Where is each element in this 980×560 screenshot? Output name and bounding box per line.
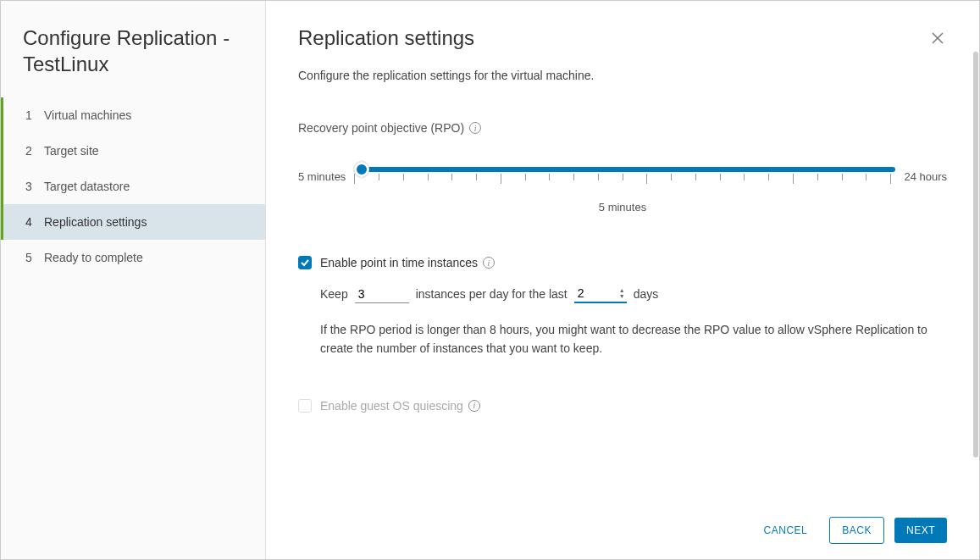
content-header: Replication settings	[298, 26, 947, 69]
keep-label: Keep	[320, 287, 348, 301]
quiescing-checkbox-label: Enable guest OS quiescing	[320, 399, 463, 413]
step-label: Target datastore	[44, 180, 130, 193]
wizard-steps: 1 Virtual machines 2 Target site 3 Targe…	[1, 97, 265, 275]
quiescing-checkbox	[298, 399, 312, 413]
step-target-site[interactable]: 2 Target site	[1, 133, 265, 169]
step-replication-settings[interactable]: 4 Replication settings	[1, 204, 265, 240]
info-icon[interactable]: i	[469, 122, 481, 134]
stepper-buttons: ▲ ▼	[617, 287, 627, 299]
page-title: Replication settings	[298, 26, 474, 50]
pit-checkbox-row: Enable point in time instances i	[298, 256, 947, 269]
back-button[interactable]: BACK	[829, 517, 884, 544]
days-label: days	[634, 287, 659, 301]
step-number: 1	[25, 108, 44, 122]
step-label: Virtual machines	[44, 108, 131, 122]
step-number: 3	[25, 180, 44, 193]
stepper-up-icon[interactable]: ▲	[617, 287, 627, 293]
step-number: 5	[25, 251, 44, 264]
slider-max-label: 24 hours	[904, 170, 947, 183]
slider-ticks	[354, 174, 895, 186]
rpo-label: Recovery point objective (RPO) i	[298, 121, 947, 135]
pit-hint: If the RPO period is longer than 8 hours…	[320, 320, 947, 358]
pit-settings: Keep instances per day for the last ▲ ▼ …	[320, 285, 947, 399]
cancel-button[interactable]: CANCEL	[752, 518, 820, 543]
slider-min-label: 5 minutes	[298, 170, 346, 183]
instances-input[interactable]	[355, 286, 409, 303]
wizard-footer: CANCEL BACK NEXT	[266, 502, 979, 559]
pit-inputs-row: Keep instances per day for the last ▲ ▼ …	[320, 285, 947, 303]
step-label: Ready to complete	[44, 251, 143, 264]
wizard-sidebar: Configure Replication - TestLinux 1 Virt…	[1, 1, 266, 559]
close-icon[interactable]	[928, 26, 947, 50]
rpo-slider-row: 5 minutes	[298, 167, 947, 186]
rpo-slider[interactable]	[354, 167, 895, 186]
instances-label: instances per day for the last	[416, 287, 568, 301]
step-label: Replication settings	[44, 215, 147, 229]
step-target-datastore[interactable]: 3 Target datastore	[1, 169, 265, 204]
next-button[interactable]: NEXT	[894, 518, 947, 543]
step-number: 4	[25, 215, 44, 229]
page-subtitle: Configure the replication settings for t…	[298, 69, 947, 82]
days-input[interactable]	[574, 285, 612, 302]
wizard-title: Configure Replication - TestLinux	[1, 25, 265, 97]
step-label: Target site	[44, 144, 99, 158]
slider-track	[354, 167, 895, 172]
quiescing-checkbox-row: Enable guest OS quiescing i	[298, 399, 947, 413]
step-ready-to-complete[interactable]: 5 Ready to complete	[1, 240, 265, 275]
rpo-value-label: 5 minutes	[298, 201, 947, 213]
scrollbar[interactable]	[973, 52, 978, 457]
days-stepper[interactable]: ▲ ▼	[574, 285, 627, 303]
configure-replication-dialog: Configure Replication - TestLinux 1 Virt…	[0, 0, 980, 560]
info-icon[interactable]: i	[468, 400, 480, 412]
pit-checkbox-label: Enable point in time instances	[320, 256, 478, 269]
step-virtual-machines[interactable]: 1 Virtual machines	[1, 97, 265, 133]
info-icon[interactable]: i	[483, 257, 495, 269]
pit-checkbox[interactable]	[298, 256, 312, 269]
step-number: 2	[25, 144, 44, 158]
wizard-content: Replication settings Configure the repli…	[266, 1, 979, 559]
stepper-down-icon[interactable]: ▼	[617, 293, 627, 299]
